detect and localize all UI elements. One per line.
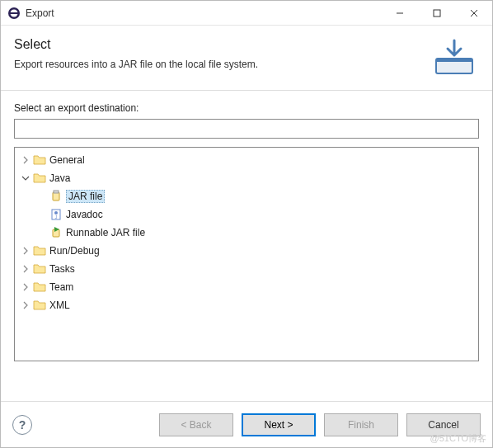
tree-item[interactable]: Team (16, 278, 477, 296)
tree-item[interactable]: Tasks (16, 260, 477, 278)
filter-label: Select an export destination: (14, 102, 479, 114)
tree-item-label: Team (49, 281, 73, 293)
watermark: @51CTO博客 (430, 432, 486, 445)
folder-icon (33, 281, 46, 294)
svg-rect-8 (436, 59, 472, 62)
maximize-button[interactable] (418, 1, 455, 25)
app-icon (7, 7, 21, 20)
chevron-right-icon[interactable] (20, 299, 31, 311)
next-button[interactable]: Next > (242, 413, 316, 436)
folder-icon (33, 244, 46, 257)
chevron-right-icon[interactable] (20, 263, 31, 275)
tree-item[interactable]: General (16, 151, 477, 169)
tree-item-label: Javadoc (66, 209, 103, 220)
chevron-right-icon[interactable] (20, 154, 31, 166)
header-panel: Select Export resources into a JAR file … (1, 26, 492, 91)
svg-rect-4 (434, 10, 440, 17)
wizard-body: Select an export destination: GeneralJav… (1, 91, 492, 401)
runjar-icon (49, 226, 63, 239)
tree-item[interactable]: JAR file (16, 187, 477, 205)
back-button[interactable]: < Back (159, 413, 233, 436)
folder-icon (33, 262, 46, 276)
window-title: Export (26, 7, 381, 19)
tree-item-label: XML (49, 299, 70, 311)
tree-item-label: Java (49, 172, 70, 184)
folder-icon (33, 299, 46, 312)
tree-item-label: JAR file (66, 190, 105, 203)
tree-item[interactable]: Run/Debug (16, 242, 477, 260)
chevron-right-icon[interactable] (20, 281, 31, 293)
finish-button[interactable]: Finish (324, 413, 398, 436)
chevron-down-icon[interactable] (20, 172, 31, 184)
close-button[interactable] (455, 1, 492, 25)
help-icon: ? (19, 418, 26, 431)
tree-item[interactable]: Java (16, 169, 477, 187)
tree-item[interactable]: XML (16, 296, 477, 314)
filter-input[interactable] (14, 119, 479, 139)
svg-rect-10 (54, 191, 59, 193)
window-controls (381, 1, 492, 25)
tree-item[interactable]: JJavadoc (16, 205, 477, 224)
header-description: Export resources into a JAR file on the … (14, 59, 420, 70)
export-icon (430, 37, 479, 78)
tree-item-label: General (49, 154, 85, 166)
footer: ? < Back Next > Finish Cancel (1, 401, 492, 447)
tree-item-label: Runnable JAR file (66, 227, 145, 238)
tree-item-label: Tasks (49, 263, 75, 275)
minimize-button[interactable] (381, 1, 418, 25)
folder-icon (33, 172, 46, 185)
titlebar: Export (1, 1, 492, 26)
folder-icon (33, 153, 46, 167)
chevron-right-icon[interactable] (20, 245, 31, 257)
javadoc-icon: J (49, 208, 63, 221)
chevron-right-icon (36, 209, 48, 220)
tree-item[interactable]: Runnable JAR file (16, 224, 477, 242)
help-button[interactable]: ? (12, 415, 32, 435)
chevron-right-icon (36, 191, 48, 202)
destination-tree[interactable]: GeneralJavaJAR fileJJavadocRunnable JAR … (14, 147, 479, 361)
svg-rect-2 (10, 12, 18, 14)
header-title: Select (14, 37, 420, 52)
chevron-right-icon (36, 227, 48, 238)
tree-item-label: Run/Debug (49, 245, 100, 257)
header-text: Select Export resources into a JAR file … (14, 37, 420, 70)
jar-icon (49, 190, 63, 203)
